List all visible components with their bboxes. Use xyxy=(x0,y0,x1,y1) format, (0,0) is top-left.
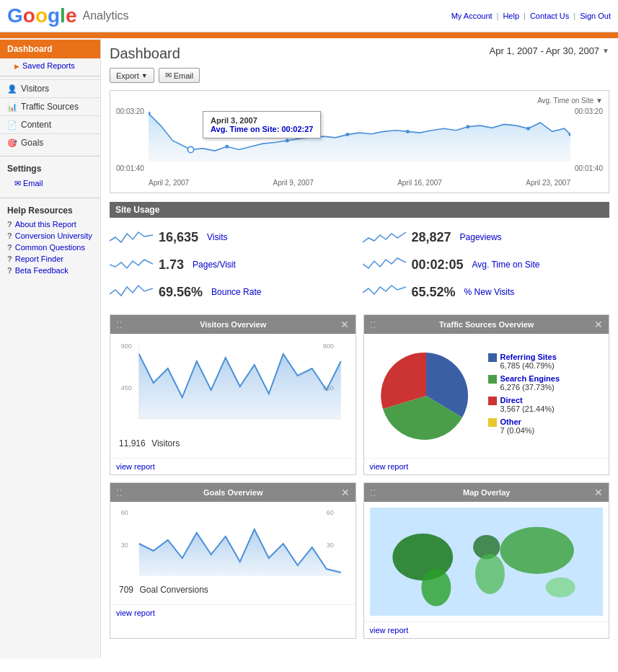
dashboard-header: Dashboard Apr 1, 2007 - Apr 30, 2007 ▼ xyxy=(110,45,609,62)
visitors-panel-body: 900 450 900 450 xyxy=(110,334,356,458)
traffic-panel-body: Referring Sites 6,785 (40.79%) Search En… xyxy=(364,334,609,458)
traffic-icon: 📊 xyxy=(7,102,17,112)
help-about-report[interactable]: ? About this Report xyxy=(7,218,93,230)
metric-pageviews: 28,827 Pageviews xyxy=(363,224,610,251)
panel-dots-visitors: :: xyxy=(116,318,123,331)
date-dropdown-arrow[interactable]: ▼ xyxy=(602,47,609,55)
visitors-panel-header: :: Visitors Overview ✕ xyxy=(110,315,356,334)
pie-chart xyxy=(376,345,477,446)
traffic-close-button[interactable]: ✕ xyxy=(594,319,603,330)
map-panel-footer: view report xyxy=(364,622,609,638)
legend-other: Other 7 (0.04%) xyxy=(488,417,560,435)
bounce-value: 69.56% xyxy=(159,285,203,300)
map-view-report[interactable]: view report xyxy=(370,626,409,635)
bounce-label[interactable]: Bounce Rate xyxy=(211,287,261,297)
settings-title: Settings xyxy=(7,164,93,174)
help-link[interactable]: Help xyxy=(503,12,519,20)
panel-dots-map: :: xyxy=(370,486,376,499)
svg-text:30: 30 xyxy=(327,541,334,549)
sidebar-item-content[interactable]: 📄 Content xyxy=(0,115,100,133)
world-map-svg xyxy=(376,513,598,614)
svg-text:60: 60 xyxy=(121,509,128,516)
metrics-left: 16,635 Visits 1.73 Pages/Visit 69.56% Bo… xyxy=(110,224,357,306)
map-panel-header: :: Map Overlay ✕ xyxy=(364,483,609,502)
svg-point-24 xyxy=(474,554,504,594)
sign-out-link[interactable]: Sign Out xyxy=(580,12,611,20)
orange-bar xyxy=(0,32,618,38)
overview-grid-2: :: Goals Overview ✕ 60 30 60 30 xyxy=(110,482,609,639)
goals-chart: 60 30 60 30 xyxy=(116,508,350,580)
new-visits-label[interactable]: % New Visits xyxy=(464,287,515,297)
sidebar-main-nav: Dashboard ▶Saved Reports 👤 Visitors 📊 Tr… xyxy=(0,38,100,153)
question-icon2: ? xyxy=(7,231,12,240)
svg-point-5 xyxy=(406,130,410,133)
svg-text:900: 900 xyxy=(323,342,334,350)
my-account-link[interactable]: My Account xyxy=(451,12,493,20)
svg-point-4 xyxy=(345,133,349,136)
direct-text: Direct 3,567 (21.44%) xyxy=(500,396,555,413)
svg-text:450: 450 xyxy=(121,384,132,392)
export-arrow-icon: ▼ xyxy=(141,72,148,79)
help-common-questions[interactable]: ? Common Questions xyxy=(7,242,93,253)
legend-referring: Referring Sites 6,785 (40.79%) xyxy=(488,353,560,370)
new-visits-value: 65.52% xyxy=(412,285,456,300)
help-conversion-university[interactable]: ? Conversion University xyxy=(7,230,93,242)
map-panel-body xyxy=(364,502,609,622)
map-close-button[interactable]: ✕ xyxy=(594,487,603,498)
visitors-svg: 900 450 900 450 xyxy=(116,340,350,433)
map-overlay-panel: :: Map Overlay ✕ xyxy=(363,482,610,639)
visitors-stat: 11,916 Visitors xyxy=(116,436,350,449)
legend-search: Search Engines 6,276 (37.73%) xyxy=(488,374,560,392)
traffic-view-report[interactable]: view report xyxy=(370,462,409,471)
person-icon: 👤 xyxy=(7,84,17,94)
visitors-panel-footer: view report xyxy=(110,458,356,474)
divider2 xyxy=(0,156,100,156)
question-icon5: ? xyxy=(7,266,12,275)
visitors-close-button[interactable]: ✕ xyxy=(340,319,349,330)
goals-panel-footer: view report xyxy=(110,604,356,621)
pages-label[interactable]: Pages/Visit xyxy=(193,260,236,270)
email-button[interactable]: ✉ Email xyxy=(159,68,200,83)
help-beta-feedback[interactable]: ? Beta Feedback xyxy=(7,265,93,276)
sidebar-item-traffic-sources[interactable]: 📊 Traffic Sources xyxy=(0,97,100,115)
visitors-overview-panel: :: Visitors Overview ✕ 900 450 900 450 xyxy=(110,314,356,475)
sidebar-item-dashboard[interactable]: Dashboard xyxy=(0,40,100,58)
avg-time-label[interactable]: Avg. Time on Site xyxy=(472,260,540,270)
pageviews-value: 28,827 xyxy=(412,230,451,245)
chart-x-labels: April 2, 2007 April 9, 2007 April 16, 20… xyxy=(149,179,570,187)
settings-email-link[interactable]: ✉Email xyxy=(7,177,93,190)
pie-container: Referring Sites 6,785 (40.79%) Search En… xyxy=(370,340,604,452)
analytics-text: Analytics xyxy=(82,9,128,22)
pageviews-label[interactable]: Pageviews xyxy=(460,232,502,242)
goals-close-button[interactable]: ✕ xyxy=(341,487,350,498)
traffic-panel-title: Traffic Sources Overview xyxy=(439,320,534,329)
referring-color xyxy=(488,353,497,362)
goals-panel-body: 60 30 60 30 xyxy=(110,502,356,604)
export-button[interactable]: Export ▼ xyxy=(110,68,154,83)
map-panel-title: Map Overlay xyxy=(463,488,510,497)
visitors-chart: 900 450 900 450 xyxy=(116,340,350,433)
metric-avg-time: 00:02:05 Avg. Time on Site xyxy=(363,251,610,278)
date-range: Apr 1, 2007 - Apr 30, 2007 ▼ xyxy=(490,45,609,56)
sparkline-pages xyxy=(110,254,153,275)
sidebar-item-saved-reports[interactable]: ▶Saved Reports xyxy=(0,58,100,73)
visits-label[interactable]: Visits xyxy=(207,232,227,242)
main-chart: 00:03:20 00:01:40 xyxy=(116,107,603,187)
main-chart-container: Avg. Time on Site ▼ 00:03:20 00:01:40 xyxy=(110,90,609,193)
goals-view-report[interactable]: view report xyxy=(116,609,155,617)
legend-direct: Direct 3,567 (21.44%) xyxy=(488,396,560,413)
email-icon2: ✉ xyxy=(165,71,172,80)
question-icon4: ? xyxy=(7,255,12,263)
goals-panel-header: :: Goals Overview ✕ xyxy=(110,483,356,502)
pie-legend: Referring Sites 6,785 (40.79%) Search En… xyxy=(488,353,560,439)
search-color xyxy=(488,375,497,384)
sidebar-item-visitors[interactable]: 👤 Visitors xyxy=(0,79,100,97)
svg-point-25 xyxy=(500,527,574,574)
chart-label[interactable]: Avg. Time on Site ▼ xyxy=(116,97,603,105)
panel-dots-traffic: :: xyxy=(370,318,376,331)
visitors-view-report[interactable]: view report xyxy=(116,462,155,471)
sidebar-item-goals[interactable]: 🎯 Goals xyxy=(0,133,100,151)
contact-us-link[interactable]: Contact Us xyxy=(530,12,569,20)
goals-overview-panel: :: Goals Overview ✕ 60 30 60 30 xyxy=(110,482,356,639)
help-report-finder[interactable]: ? Report Finder xyxy=(7,253,93,265)
